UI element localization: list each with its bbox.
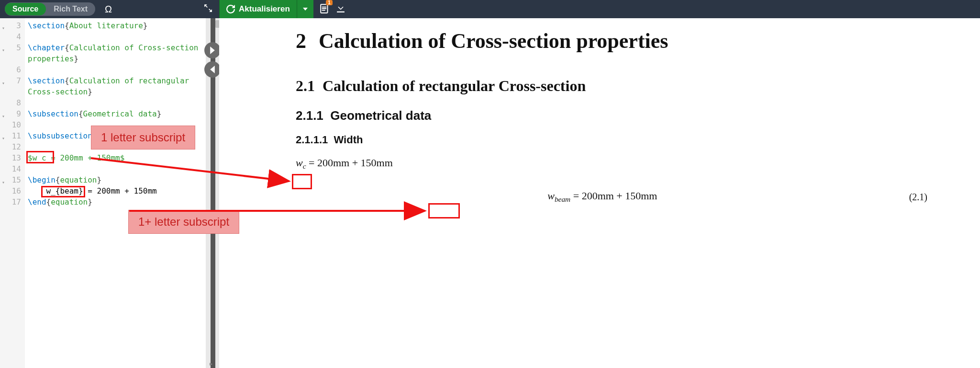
arrow-left-icon	[209, 66, 216, 73]
code-editor[interactable]: ▾3 4 ▾5 6 ▾7 8 ▾9 10 ▾11 12 13 14 ▾15 16…	[0, 18, 206, 368]
annotation-multi-letter: 1+ letter subscript	[128, 210, 239, 234]
refresh-label: Aktualisieren	[239, 4, 290, 14]
highlight-preview-wc	[292, 174, 312, 189]
line-number: 13	[0, 152, 25, 163]
pdf-preview: 2 Calculation of Cross-section propertie…	[219, 18, 980, 368]
line-number: 4	[0, 31, 25, 42]
line-number: 14	[0, 163, 25, 174]
line-gutter: ▾3 4 ▾5 6 ▾7 8 ▾9 10 ▾11 12 13 14 ▾15 16…	[0, 18, 25, 368]
top-toolbar: Source Rich Text Ω Aktualisieren 1	[0, 0, 980, 18]
caret-down-icon	[303, 7, 308, 12]
chevron-right-icon[interactable]: ▸	[210, 360, 212, 367]
inline-equation: wc = 200mm + 150mm	[296, 157, 932, 171]
subsubsection-heading: 2.1.1.1 Width	[296, 134, 932, 146]
main-area: ▾3 4 ▾5 6 ▾7 8 ▾9 10 ▾11 12 13 14 ▾15 16…	[0, 18, 980, 368]
section-heading: 2.1 Calculation of rectangular Cross-sec…	[296, 77, 932, 95]
line-number: ▾5	[0, 42, 25, 53]
editor-mode-toggle: Source Rich Text	[5, 2, 95, 16]
line-number: 17	[0, 196, 25, 207]
download-button[interactable]	[336, 4, 345, 14]
highlight-source-wc	[26, 151, 54, 163]
annotation-single-letter: 1 letter subscript	[91, 126, 195, 150]
subsection-heading: 2.1.1 Geometrical data	[296, 108, 932, 123]
pane-splitter[interactable]: ▸	[206, 18, 219, 368]
display-equation-row: wbeam = 200mm + 150mm (2.1)	[296, 190, 932, 204]
line-number: 8	[0, 97, 25, 108]
chapter-heading: 2 Calculation of Cross-section propertie…	[296, 28, 932, 54]
section-title: Calculation of rectangular Cross-section	[323, 77, 586, 94]
chapter-title: Calculation of Cross-section properties	[319, 28, 668, 54]
richtext-tab[interactable]: Rich Text	[46, 3, 95, 15]
line-number: 16	[0, 185, 25, 196]
line-number: 12	[0, 141, 25, 152]
logs-badge: 1	[326, 0, 333, 5]
logs-button[interactable]: 1	[320, 3, 330, 15]
toolbar-left-region: Source Rich Text Ω	[0, 0, 219, 18]
section-number: 2.1	[296, 77, 315, 94]
line-number: 6	[0, 64, 25, 75]
arrow-right-icon	[209, 46, 216, 54]
fullscreen-button[interactable]	[204, 4, 212, 14]
line-number	[0, 86, 25, 97]
equation-number: (2.1)	[909, 192, 927, 203]
line-number: ▾7	[0, 75, 25, 86]
line-number: ▾3	[0, 20, 25, 31]
display-equation: wbeam = 200mm + 150mm	[296, 190, 909, 204]
symbols-button[interactable]: Ω	[105, 4, 112, 15]
refresh-button[interactable]: Aktualisieren	[219, 0, 297, 18]
line-number: ▾15	[0, 174, 25, 185]
line-number: 10	[0, 119, 25, 130]
line-number: ▾9	[0, 108, 25, 119]
source-tab[interactable]: Source	[5, 3, 46, 15]
expand-icon	[204, 4, 212, 12]
chapter-number: 2	[296, 28, 319, 54]
refresh-icon	[226, 5, 235, 13]
line-number	[0, 53, 25, 64]
refresh-dropdown[interactable]	[297, 0, 313, 18]
toolbar-right-icons: 1	[320, 3, 345, 15]
highlight-source-wbeam	[41, 186, 85, 197]
download-icon	[336, 4, 345, 12]
highlight-preview-wbeam	[428, 203, 460, 218]
line-number: ▾11	[0, 130, 25, 141]
sync-right-button[interactable]	[204, 42, 221, 58]
sync-left-button[interactable]	[204, 61, 221, 78]
